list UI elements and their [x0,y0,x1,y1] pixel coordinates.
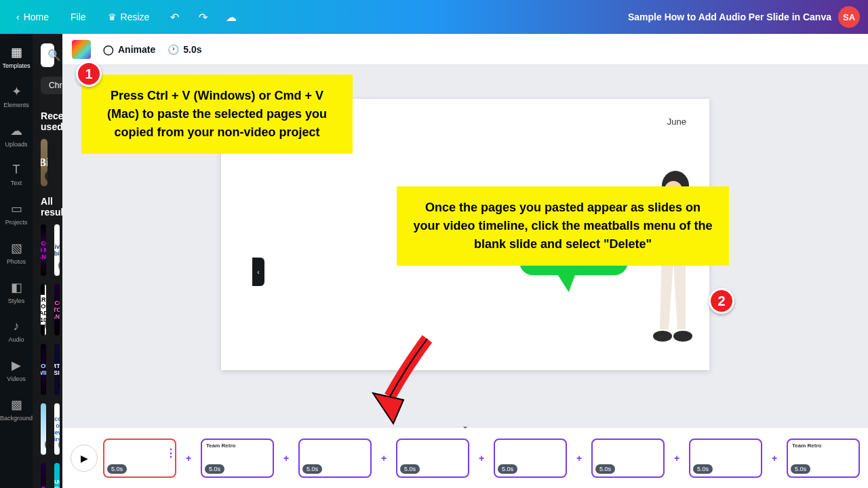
collapse-panel-button[interactable]: ‹ [252,258,264,286]
step-badge-2: 2 [709,288,734,314]
sidebar-item-background[interactable]: ▩Background [0,394,33,424]
search-bar[interactable]: 🔍 ☰ [41,43,54,67]
arrow-annotation [366,332,448,427]
file-label: File [71,12,86,22]
category-chip[interactable]: Christmas [41,77,62,94]
template-thumbnail[interactable]: ARE YOU READY? 10▶ [41,284,46,336]
chevron-left-icon: ‹ [257,268,259,276]
context-toolbar: ◯ Animate 🕐 5.0s [62,34,868,65]
template-thumbnail[interactable]: WELCOME TO CHANNEL▶ [54,284,60,336]
add-clip-button[interactable]: + [183,453,194,464]
file-button[interactable]: File [62,7,94,26]
topbar-left: ‹ Home File ♛ Resize ↶ ↷ ☁ [8,5,243,28]
instruction-callout-2: Once the pages you pasted appear as slid… [397,186,729,266]
template-thumbnail[interactable]: ART & DESIGN▶ [54,344,60,395]
audio-icon: ♪ [14,319,20,333]
search-icon: 🔍 [47,49,61,62]
sidebar-item-styles[interactable]: ◧Styles [0,277,33,307]
play-icon: ▶ [45,170,47,182]
instruction-callout-1: Press Ctrl + V (Windows) or Cmd + V (Mac… [81,75,353,154]
topbar-right: Sample How to Add Audio Per Slide in Can… [628,6,860,28]
timeline-clip[interactable]: 5.0s⋮ [103,439,176,478]
template-thumbnail[interactable]: Bi ▶ [41,139,47,186]
undo-icon: ↶ [170,11,179,24]
timeline-clip[interactable]: 5.0s [689,439,762,478]
template-thumbnail[interactable]: WELCOME▶ [41,463,46,488]
videos-icon: ▶ [12,358,21,373]
play-icon: ▶ [45,379,46,391]
add-clip-button[interactable]: + [671,453,682,464]
text-icon: T [13,163,20,177]
undo-button[interactable]: ↶ [163,5,186,28]
clock-icon: 🕐 [167,44,179,55]
sidebar-item-elements[interactable]: ✦Elements [0,81,33,111]
document-title[interactable]: Sample How to Add Audio Per Slide in Can… [628,12,831,22]
redo-icon: ↷ [199,11,208,24]
timeline-clip[interactable]: 5.0s [494,439,567,478]
date-text[interactable]: June [667,117,686,127]
timeline-collapse-icon[interactable]: ⌄ [462,421,469,430]
cloud-sync-button[interactable]: ☁ [220,5,243,28]
timeline-clip[interactable]: Team Retro5.0s [787,439,860,478]
play-icon: ▶ [58,260,60,272]
step-badge-1: 1 [76,61,102,87]
play-button[interactable]: ▶ [71,445,98,472]
add-clip-button[interactable]: + [476,453,487,464]
timeline-clip[interactable]: 5.0s [396,439,469,478]
play-icon: ▶ [81,453,88,464]
template-thumbnail[interactable]: YOU WIN▶ [41,344,46,395]
sidebar-item-videos[interactable]: ▶Videos [0,355,33,385]
timeline-clip[interactable]: 5.0s [298,439,372,478]
template-thumbnail[interactable]: Welcome to our new hire!▶ [54,403,60,455]
templates-panel: 🔍 ☰ Christmas Recently used Bi ▶ All res… [33,34,62,488]
uploads-icon: ☁ [10,123,22,138]
duration-button[interactable]: 🕐 5.0s [167,44,201,55]
avatar[interactable]: SA [838,6,860,28]
timeline-clip[interactable]: 5.0s [591,439,665,478]
styles-icon: ◧ [11,280,22,295]
clips-track[interactable]: 5.0s⋮ + Team Retro5.0s + 5.0s + 5.0s + 5… [103,439,860,478]
sidebar-item-photos[interactable]: ▧Photos [0,238,33,268]
add-clip-button[interactable]: + [378,453,389,464]
template-thumbnail[interactable]: THANKS FOR WATCHING▶ [54,463,60,488]
add-clip-button[interactable]: + [574,453,585,464]
home-button[interactable]: ‹ Home [8,7,57,26]
resize-button[interactable]: ♛ Resize [100,7,158,26]
svg-marker-6 [373,393,403,424]
crown-icon: ♛ [108,12,117,22]
chevron-left-icon: ‹ [16,12,20,22]
svg-point-4 [653,331,672,342]
recent-heading: Recently used [41,110,54,132]
timeline: ⌄ ▶ 5.0s⋮ + Team Retro5.0s + 5.0s + 5.0s… [62,427,868,488]
play-icon: ▶ [45,439,46,451]
elements-icon: ✦ [12,84,22,99]
color-picker[interactable] [72,40,91,59]
sidebar-item-text[interactable]: TText [0,160,33,189]
timeline-clip[interactable]: Team Retro5.0s [201,439,274,478]
sidebar-item-projects[interactable]: ▭Projects [0,199,33,228]
add-clip-button[interactable]: + [769,453,780,464]
play-icon: ▶ [58,319,60,331]
add-clip-button[interactable]: + [281,453,292,464]
background-icon: ▩ [11,397,22,412]
template-thumbnail[interactable]: Live Webinar▶ [54,224,60,276]
animate-button[interactable]: ◯ Animate [103,44,155,55]
play-icon: ▶ [45,260,46,272]
sidebar-item-templates[interactable]: ▦Templates [0,42,33,72]
svg-point-5 [673,331,692,342]
top-bar: ‹ Home File ♛ Resize ↶ ↷ ☁ Sample How to… [0,0,868,34]
redo-button[interactable]: ↷ [191,5,214,28]
all-results-heading: All results [41,196,54,218]
projects-icon: ▭ [11,201,22,216]
sidebar-item-uploads[interactable]: ☁Uploads [0,121,33,150]
template-thumbnail[interactable]: WELCOME TO MY CHANNEL▶ [41,224,46,276]
play-icon: ▶ [58,379,60,391]
meatballs-icon[interactable]: ⋮ [165,447,176,460]
sidebar-item-audio[interactable]: ♪Audio [0,317,33,346]
sidebar: ▦Templates ✦Elements ☁Uploads TText ▭Pro… [0,34,33,488]
photos-icon: ▧ [11,241,22,256]
home-label: Home [24,12,49,22]
animate-icon: ◯ [103,44,114,55]
template-thumbnail[interactable]: ▶ [41,403,46,455]
resize-label: Resize [121,12,150,22]
